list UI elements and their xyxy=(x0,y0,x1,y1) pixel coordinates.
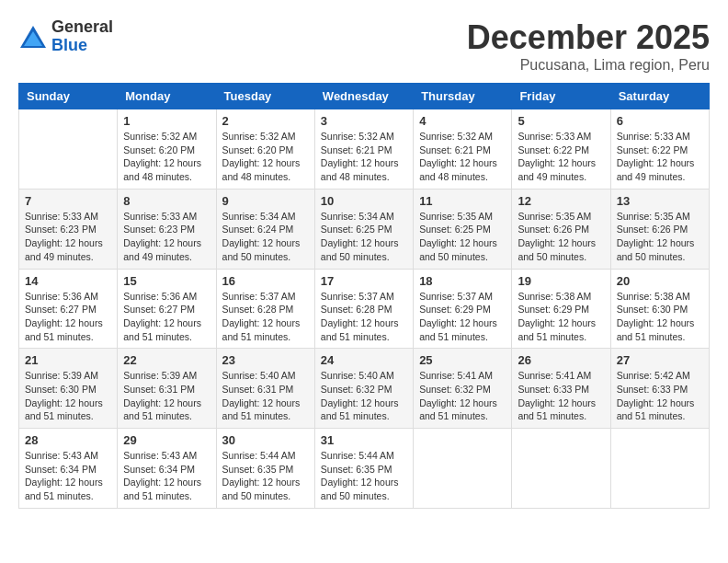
day-number: 10 xyxy=(321,194,407,208)
calendar-cell: 8Sunrise: 5:33 AM Sunset: 6:23 PM Daylig… xyxy=(118,189,216,269)
day-info: Sunrise: 5:33 AM Sunset: 6:22 PM Dayligh… xyxy=(617,130,703,184)
day-number: 20 xyxy=(617,274,703,288)
calendar-cell xyxy=(414,429,512,509)
calendar-cell xyxy=(19,109,118,190)
calendar-cell: 30Sunrise: 5:44 AM Sunset: 6:35 PM Dayli… xyxy=(216,429,314,509)
day-number: 3 xyxy=(321,114,407,128)
day-number: 12 xyxy=(518,194,604,208)
day-number: 17 xyxy=(321,274,407,288)
day-header-sunday: Sunday xyxy=(19,84,118,109)
day-info: Sunrise: 5:32 AM Sunset: 6:20 PM Dayligh… xyxy=(222,130,309,184)
day-header-wednesday: Wednesday xyxy=(314,84,413,109)
day-info: Sunrise: 5:40 AM Sunset: 6:32 PM Dayligh… xyxy=(321,369,407,423)
day-number: 6 xyxy=(617,114,703,128)
day-info: Sunrise: 5:44 AM Sunset: 6:35 PM Dayligh… xyxy=(321,449,407,503)
day-info: Sunrise: 5:32 AM Sunset: 6:21 PM Dayligh… xyxy=(321,130,407,184)
day-info: Sunrise: 5:36 AM Sunset: 6:27 PM Dayligh… xyxy=(25,290,111,344)
calendar-cell: 17Sunrise: 5:37 AM Sunset: 6:28 PM Dayli… xyxy=(314,269,413,349)
calendar-cell: 28Sunrise: 5:43 AM Sunset: 6:34 PM Dayli… xyxy=(19,429,118,509)
location-title: Pucusana, Lima region, Peru xyxy=(467,57,710,74)
day-number: 14 xyxy=(25,274,111,288)
day-info: Sunrise: 5:42 AM Sunset: 6:33 PM Dayligh… xyxy=(617,369,703,423)
day-info: Sunrise: 5:41 AM Sunset: 6:33 PM Dayligh… xyxy=(518,369,604,423)
calendar-cell: 19Sunrise: 5:38 AM Sunset: 6:29 PM Dayli… xyxy=(512,269,610,349)
calendar-week-4: 21Sunrise: 5:39 AM Sunset: 6:30 PM Dayli… xyxy=(19,349,710,429)
day-info: Sunrise: 5:40 AM Sunset: 6:31 PM Dayligh… xyxy=(222,369,309,423)
calendar-cell: 24Sunrise: 5:40 AM Sunset: 6:32 PM Dayli… xyxy=(314,349,413,429)
calendar-cell: 14Sunrise: 5:36 AM Sunset: 6:27 PM Dayli… xyxy=(19,269,118,349)
calendar-header: SundayMondayTuesdayWednesdayThursdayFrid… xyxy=(19,84,710,109)
calendar-cell: 29Sunrise: 5:43 AM Sunset: 6:34 PM Dayli… xyxy=(118,429,216,509)
day-info: Sunrise: 5:37 AM Sunset: 6:28 PM Dayligh… xyxy=(321,290,407,344)
day-header-saturday: Saturday xyxy=(610,84,709,109)
day-number: 25 xyxy=(419,353,506,367)
logo-general-text: General xyxy=(51,18,113,37)
day-info: Sunrise: 5:38 AM Sunset: 6:29 PM Dayligh… xyxy=(518,290,604,344)
calendar-cell: 2Sunrise: 5:32 AM Sunset: 6:20 PM Daylig… xyxy=(216,109,314,190)
day-info: Sunrise: 5:33 AM Sunset: 6:23 PM Dayligh… xyxy=(123,210,210,264)
calendar-week-5: 28Sunrise: 5:43 AM Sunset: 6:34 PM Dayli… xyxy=(19,429,710,509)
logo: General Blue xyxy=(18,18,113,55)
calendar-cell: 10Sunrise: 5:34 AM Sunset: 6:25 PM Dayli… xyxy=(314,189,413,269)
calendar-cell: 22Sunrise: 5:39 AM Sunset: 6:31 PM Dayli… xyxy=(118,349,216,429)
day-number: 19 xyxy=(518,274,604,288)
calendar-table: SundayMondayTuesdayWednesdayThursdayFrid… xyxy=(18,83,710,509)
day-number: 26 xyxy=(518,353,604,367)
day-info: Sunrise: 5:36 AM Sunset: 6:27 PM Dayligh… xyxy=(123,290,210,344)
calendar-cell: 1Sunrise: 5:32 AM Sunset: 6:20 PM Daylig… xyxy=(118,109,216,190)
day-info: Sunrise: 5:32 AM Sunset: 6:21 PM Dayligh… xyxy=(419,130,506,184)
header-row: SundayMondayTuesdayWednesdayThursdayFrid… xyxy=(19,84,710,109)
calendar-cell: 26Sunrise: 5:41 AM Sunset: 6:33 PM Dayli… xyxy=(512,349,610,429)
calendar-cell: 6Sunrise: 5:33 AM Sunset: 6:22 PM Daylig… xyxy=(610,109,709,190)
day-info: Sunrise: 5:34 AM Sunset: 6:25 PM Dayligh… xyxy=(321,210,407,264)
calendar-cell xyxy=(610,429,709,509)
day-info: Sunrise: 5:33 AM Sunset: 6:23 PM Dayligh… xyxy=(25,210,111,264)
day-number: 30 xyxy=(222,433,309,447)
calendar-cell: 9Sunrise: 5:34 AM Sunset: 6:24 PM Daylig… xyxy=(216,189,314,269)
calendar-cell: 16Sunrise: 5:37 AM Sunset: 6:28 PM Dayli… xyxy=(216,269,314,349)
calendar-cell: 18Sunrise: 5:37 AM Sunset: 6:29 PM Dayli… xyxy=(414,269,512,349)
day-info: Sunrise: 5:37 AM Sunset: 6:28 PM Dayligh… xyxy=(222,290,309,344)
calendar-cell: 15Sunrise: 5:36 AM Sunset: 6:27 PM Dayli… xyxy=(118,269,216,349)
day-number: 29 xyxy=(123,433,210,447)
calendar-cell: 20Sunrise: 5:38 AM Sunset: 6:30 PM Dayli… xyxy=(610,269,709,349)
calendar-cell: 27Sunrise: 5:42 AM Sunset: 6:33 PM Dayli… xyxy=(610,349,709,429)
day-number: 22 xyxy=(123,353,210,367)
day-info: Sunrise: 5:35 AM Sunset: 6:26 PM Dayligh… xyxy=(518,210,604,264)
day-info: Sunrise: 5:37 AM Sunset: 6:29 PM Dayligh… xyxy=(419,290,506,344)
day-header-friday: Friday xyxy=(512,84,610,109)
day-number: 15 xyxy=(123,274,210,288)
day-info: Sunrise: 5:39 AM Sunset: 6:30 PM Dayligh… xyxy=(25,369,111,423)
day-info: Sunrise: 5:44 AM Sunset: 6:35 PM Dayligh… xyxy=(222,449,309,503)
day-number: 2 xyxy=(222,114,309,128)
day-number: 7 xyxy=(25,194,111,208)
day-number: 5 xyxy=(518,114,604,128)
day-number: 23 xyxy=(222,353,309,367)
day-header-thursday: Thursday xyxy=(414,84,512,109)
day-info: Sunrise: 5:33 AM Sunset: 6:22 PM Dayligh… xyxy=(518,130,604,184)
day-number: 1 xyxy=(123,114,210,128)
calendar-cell: 11Sunrise: 5:35 AM Sunset: 6:25 PM Dayli… xyxy=(414,189,512,269)
day-info: Sunrise: 5:39 AM Sunset: 6:31 PM Dayligh… xyxy=(123,369,210,423)
day-number: 11 xyxy=(419,194,506,208)
calendar-cell: 12Sunrise: 5:35 AM Sunset: 6:26 PM Dayli… xyxy=(512,189,610,269)
day-number: 18 xyxy=(419,274,506,288)
day-info: Sunrise: 5:32 AM Sunset: 6:20 PM Dayligh… xyxy=(123,130,210,184)
day-number: 9 xyxy=(222,194,309,208)
day-number: 13 xyxy=(617,194,703,208)
day-info: Sunrise: 5:43 AM Sunset: 6:34 PM Dayligh… xyxy=(25,449,111,503)
logo-text: General Blue xyxy=(51,18,113,55)
calendar-week-3: 14Sunrise: 5:36 AM Sunset: 6:27 PM Dayli… xyxy=(19,269,710,349)
day-header-tuesday: Tuesday xyxy=(216,84,314,109)
calendar-cell: 13Sunrise: 5:35 AM Sunset: 6:26 PM Dayli… xyxy=(610,189,709,269)
day-number: 27 xyxy=(617,353,703,367)
page-header: General Blue December 2025 Pucusana, Lim… xyxy=(18,18,710,74)
day-info: Sunrise: 5:38 AM Sunset: 6:30 PM Dayligh… xyxy=(617,290,703,344)
calendar-cell: 31Sunrise: 5:44 AM Sunset: 6:35 PM Dayli… xyxy=(314,429,413,509)
day-number: 21 xyxy=(25,353,111,367)
day-number: 31 xyxy=(321,433,407,447)
calendar-week-2: 7Sunrise: 5:33 AM Sunset: 6:23 PM Daylig… xyxy=(19,189,710,269)
calendar-cell: 7Sunrise: 5:33 AM Sunset: 6:23 PM Daylig… xyxy=(19,189,118,269)
day-info: Sunrise: 5:34 AM Sunset: 6:24 PM Dayligh… xyxy=(222,210,309,264)
calendar-cell: 3Sunrise: 5:32 AM Sunset: 6:21 PM Daylig… xyxy=(314,109,413,190)
